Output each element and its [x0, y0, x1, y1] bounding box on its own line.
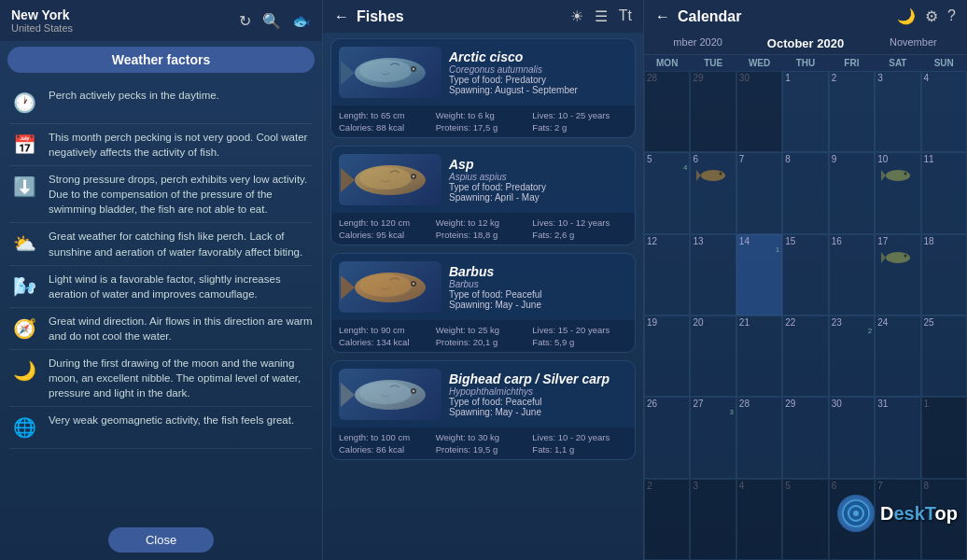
cal-day-cell[interactable]: 232 — [829, 315, 875, 397]
calendar-panel: ← Calendar 🌙 ⚙ ? mber 2020 October 2020 … — [644, 0, 967, 560]
fish-spawning: Spawning: May - June — [449, 407, 627, 417]
cal-day-number: 2 — [832, 74, 837, 83]
cal-day-number: 25 — [924, 318, 934, 328]
cal-day-cell[interactable]: 17 — [875, 234, 920, 315]
calendar-days-of-week: MONTUEWEDTHUFRISATSUN — [644, 55, 967, 71]
cal-day-cell[interactable]: 54 — [644, 152, 690, 233]
calendar-months-header: mber 2020 October 2020 November — [644, 33, 967, 55]
cal-day-cell[interactable]: 1 — [782, 71, 828, 152]
cal-day-cell[interactable]: 31 — [875, 397, 920, 478]
fish-spawning: Spawning: April - May — [449, 192, 627, 203]
cal-day-cell[interactable]: 6 — [829, 479, 875, 560]
cal-day-cell[interactable]: 21 — [736, 315, 782, 397]
cal-day-cell[interactable]: 8 — [921, 479, 967, 560]
cal-sub-number: 3 — [729, 409, 733, 416]
fish-food-type: Type of food: Peaceful — [449, 397, 627, 407]
cal-day-cell[interactable]: 8 — [782, 152, 828, 233]
refresh-icon[interactable]: ↻ — [239, 12, 251, 30]
cal-day-number: 3 — [877, 74, 883, 83]
cal-day-cell[interactable]: 6 — [690, 152, 736, 233]
cal-day-cell[interactable]: 5 — [782, 479, 828, 560]
fish-card[interactable]: Asp Aspius aspius Type of food: Predator… — [330, 146, 636, 245]
cal-day-cell[interactable]: 29 — [690, 71, 736, 152]
cal-day-number: 5 — [647, 155, 652, 164]
cal-day-cell[interactable]: 13 — [690, 234, 736, 315]
text-size-icon[interactable]: Tt — [619, 7, 632, 25]
weather-item-text: Very weak geomagnetic activity, the fish… — [49, 413, 294, 427]
fish-info: Barbus Barbus Type of food: Peaceful Spa… — [449, 264, 627, 310]
cal-day-cell[interactable]: 28 — [736, 397, 782, 478]
cal-day-cell[interactable]: 11 — [921, 152, 967, 233]
cal-day-cell[interactable]: 15 — [782, 234, 828, 315]
cal-day-cell[interactable]: 26 — [644, 397, 690, 478]
cal-day-number: 28 — [647, 74, 657, 83]
brightness-icon[interactable]: ☀ — [570, 7, 583, 25]
cal-day-cell[interactable]: 2 — [644, 479, 690, 560]
search-icon[interactable]: 🔍 — [262, 12, 281, 30]
fish-length: Length: to 65 cm — [339, 110, 434, 120]
weather-item-icon: 🕐 — [9, 88, 39, 118]
back-arrow-icon[interactable]: ← — [334, 8, 349, 25]
cal-sub-number: 1 — [776, 246, 779, 254]
weather-item-text: Light wind is a favorable factor, slight… — [49, 272, 313, 301]
cal-day-cell[interactable]: 20 — [690, 315, 736, 397]
weather-top-bar: New York United States ↻ 🔍 🐟 — [0, 0, 322, 41]
close-button[interactable]: Close — [108, 527, 214, 553]
cal-day-cell[interactable]: 3 — [875, 71, 920, 152]
cal-day-cell[interactable]: 28 — [644, 71, 690, 152]
cal-day-cell[interactable]: 25 — [921, 315, 967, 397]
weather-item-text: Perch actively pecks in the daytime. — [49, 88, 219, 103]
fish-spawning: Spawning: May - June — [449, 300, 627, 310]
fish-image — [339, 47, 441, 98]
fish-card[interactable]: Bighead carp / Silver carp Hypophthalmic… — [330, 360, 636, 460]
cal-day-cell[interactable]: 19 — [644, 315, 690, 397]
svg-point-20 — [701, 170, 725, 181]
cal-day-cell[interactable]: 22 — [782, 315, 828, 397]
cal-day-cell[interactable]: 4 — [736, 479, 782, 560]
weather-item-icon: 🌙 — [9, 356, 39, 385]
cal-day-cell[interactable]: 24 — [875, 315, 920, 397]
fish-card[interactable]: Arctic cisco Coregonus autumnalis Type o… — [330, 38, 636, 138]
prev-month-tab[interactable]: mber 2020 — [644, 33, 751, 54]
cal-day-cell[interactable]: 7 — [875, 479, 920, 560]
weather-item: 🌙 During the first drawing of the moon a… — [9, 350, 313, 407]
cal-day-cell[interactable]: 1 — [921, 397, 967, 478]
fish-icon[interactable]: 🐟 — [292, 12, 311, 30]
fish-card[interactable]: Barbus Barbus Type of food: Peaceful Spa… — [330, 253, 636, 353]
curr-month-tab[interactable]: October 2020 — [751, 33, 859, 54]
weather-top-icons: ↻ 🔍 🐟 — [239, 12, 311, 30]
cal-day-cell[interactable]: 30 — [829, 397, 875, 478]
cal-day-cell[interactable]: 10 — [875, 152, 920, 233]
fish-weight: Weight: to 25 kg — [436, 325, 531, 335]
cal-day-cell[interactable]: 273 — [690, 397, 736, 478]
fish-lives: Lives: 15 - 20 years — [532, 325, 627, 335]
cal-day-number: 11 — [924, 155, 934, 164]
cal-day-cell[interactable]: 12 — [644, 234, 690, 315]
cal-day-number: 22 — [785, 318, 795, 328]
cal-day-number: 4 — [739, 482, 745, 491]
cal-day-cell[interactable]: 29 — [782, 397, 828, 478]
cal-day-cell[interactable]: 3 — [690, 479, 736, 560]
cal-day-cell[interactable]: 2 — [829, 71, 875, 152]
cal-day-cell[interactable]: 141 — [736, 234, 782, 315]
cal-back-arrow-icon[interactable]: ← — [655, 8, 670, 25]
cal-day-cell[interactable]: 16 — [829, 234, 875, 315]
help-icon[interactable]: ? — [947, 7, 956, 25]
cal-day-cell[interactable]: 7 — [736, 152, 782, 233]
settings-icon[interactable]: ⚙ — [925, 7, 938, 25]
next-month-tab[interactable]: November — [860, 33, 967, 54]
cal-day-cell[interactable]: 18 — [921, 234, 967, 315]
svg-point-9 — [413, 175, 414, 177]
cal-day-number: 18 — [924, 237, 934, 246]
cal-dow-label: FRI — [829, 55, 875, 71]
cal-day-cell[interactable]: 9 — [829, 152, 875, 233]
svg-point-25 — [904, 173, 906, 175]
fish-lives: Lives: 10 - 12 years — [532, 217, 627, 228]
cal-day-cell[interactable]: 4 — [921, 71, 967, 152]
cal-day-cell[interactable]: 30 — [736, 71, 782, 152]
moon-icon[interactable]: 🌙 — [897, 7, 916, 25]
fish-proteins: Proteins: 19,5 g — [436, 444, 531, 455]
sort-icon[interactable]: ☰ — [595, 7, 608, 25]
fish-calories: Calories: 88 kcal — [339, 122, 434, 133]
fish-proteins: Proteins: 17,5 g — [436, 122, 531, 133]
